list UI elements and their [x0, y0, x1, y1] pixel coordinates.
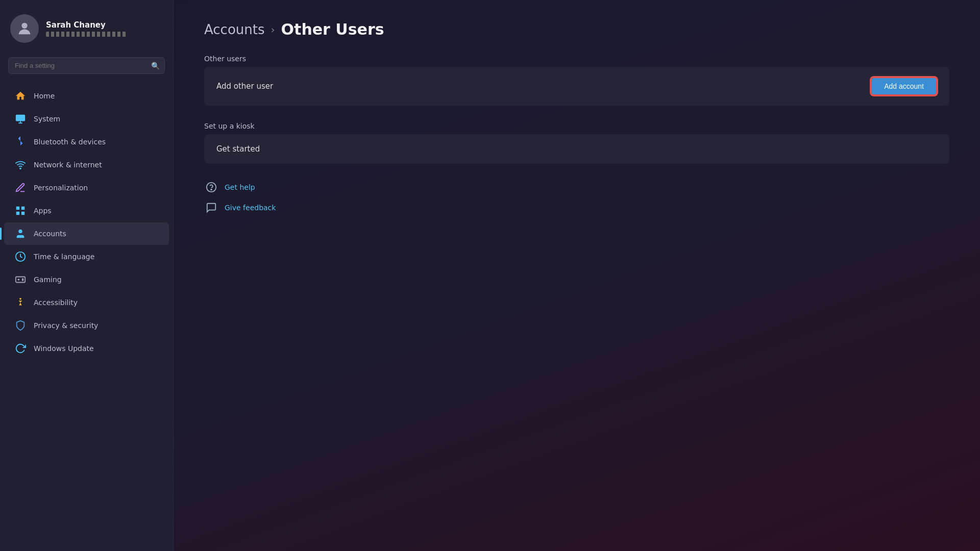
svg-point-0: [21, 23, 27, 29]
sidebar-item-bluetooth[interactable]: Bluetooth & devices: [4, 131, 169, 153]
svg-rect-5: [16, 207, 19, 210]
sidebar-item-accessibility[interactable]: Accessibility: [4, 291, 169, 314]
update-icon: [14, 342, 27, 355]
sidebar-item-privacy-label: Privacy & security: [34, 321, 98, 330]
sidebar-item-bluetooth-label: Bluetooth & devices: [34, 138, 106, 146]
search-input[interactable]: [8, 57, 165, 74]
profile-name: Sarah Chaney: [46, 20, 128, 30]
nav-menu: Home System Bluetooth & devices Network …: [0, 82, 173, 551]
accessibility-icon: [14, 296, 27, 309]
give-feedback-icon: [204, 201, 218, 215]
sidebar-item-time[interactable]: Time & language: [4, 245, 169, 268]
sidebar-item-personalization[interactable]: Personalization: [4, 177, 169, 199]
sidebar-item-system[interactable]: System: [4, 108, 169, 130]
sidebar-profile: Sarah Chaney: [0, 0, 173, 53]
breadcrumb-parent[interactable]: Accounts: [204, 22, 265, 37]
sidebar-item-gaming-label: Gaming: [34, 276, 62, 284]
kiosk-title: Set up a kiosk: [204, 122, 949, 130]
personalization-icon: [14, 182, 27, 194]
other-users-card: Add other user Add account: [204, 67, 949, 106]
avatar: [10, 14, 39, 43]
sidebar-item-accessibility-label: Accessibility: [34, 298, 78, 307]
breadcrumb-separator: ›: [271, 23, 275, 36]
bluetooth-icon: [14, 136, 27, 148]
network-icon: [14, 159, 27, 171]
profile-info: Sarah Chaney: [46, 20, 128, 37]
apps-icon: [14, 205, 27, 217]
add-other-user-label: Add other user: [216, 82, 273, 91]
svg-rect-6: [21, 207, 24, 210]
svg-rect-7: [16, 212, 19, 215]
give-feedback-row[interactable]: Give feedback: [204, 201, 949, 215]
svg-point-13: [22, 280, 23, 281]
other-users-section: Other users Add other user Add account: [204, 55, 949, 106]
get-started-row[interactable]: Get started: [204, 134, 949, 164]
kiosk-card: Get started: [204, 134, 949, 164]
breadcrumb-current: Other Users: [281, 20, 384, 38]
sidebar-item-accounts[interactable]: Accounts: [4, 222, 169, 245]
svg-rect-1: [16, 115, 25, 121]
accounts-icon: [14, 228, 27, 240]
add-account-button[interactable]: Add account: [871, 77, 937, 95]
home-icon: [14, 90, 27, 102]
get-help-row[interactable]: Get help: [204, 180, 949, 194]
get-help-icon: [204, 180, 218, 194]
sidebar-item-network-label: Network & internet: [34, 161, 102, 169]
sidebar-item-accounts-label: Accounts: [34, 230, 66, 238]
kiosk-section: Set up a kiosk Get started: [204, 122, 949, 164]
get-help-link[interactable]: Get help: [225, 183, 255, 191]
sidebar-item-home[interactable]: Home: [4, 85, 169, 107]
sidebar-item-update[interactable]: Windows Update: [4, 337, 169, 360]
system-icon: [14, 113, 27, 125]
help-links: Get help Give feedback: [204, 180, 949, 215]
breadcrumb: Accounts › Other Users: [204, 20, 949, 38]
svg-point-9: [18, 230, 22, 233]
sidebar-item-update-label: Windows Update: [34, 344, 94, 353]
gaming-icon: [14, 273, 27, 286]
sidebar-item-apps[interactable]: Apps: [4, 199, 169, 222]
sidebar-item-personalization-label: Personalization: [34, 184, 88, 192]
sidebar-item-gaming[interactable]: Gaming: [4, 268, 169, 291]
svg-rect-8: [21, 212, 24, 215]
sidebar-item-home-label: Home: [34, 92, 55, 100]
add-other-user-row: Add other user Add account: [204, 67, 949, 106]
time-icon: [14, 251, 27, 263]
sidebar-item-time-label: Time & language: [34, 253, 94, 261]
search-container: 🔍: [0, 53, 173, 82]
main-content: Accounts › Other Users Other users Add o…: [174, 0, 980, 551]
svg-point-14: [19, 298, 21, 300]
profile-email: [46, 32, 128, 37]
svg-point-16: [211, 189, 212, 190]
sidebar-item-system-label: System: [34, 115, 60, 123]
sidebar-item-privacy[interactable]: Privacy & security: [4, 314, 169, 337]
other-users-title: Other users: [204, 55, 949, 63]
sidebar-item-network[interactable]: Network & internet: [4, 154, 169, 176]
privacy-icon: [14, 319, 27, 332]
svg-rect-11: [16, 277, 25, 283]
give-feedback-link[interactable]: Give feedback: [225, 204, 276, 212]
svg-point-4: [20, 168, 21, 169]
sidebar: Sarah Chaney 🔍 Home Sys: [0, 0, 174, 551]
sidebar-item-apps-label: Apps: [34, 207, 52, 215]
get-started-label: Get started: [216, 144, 260, 154]
